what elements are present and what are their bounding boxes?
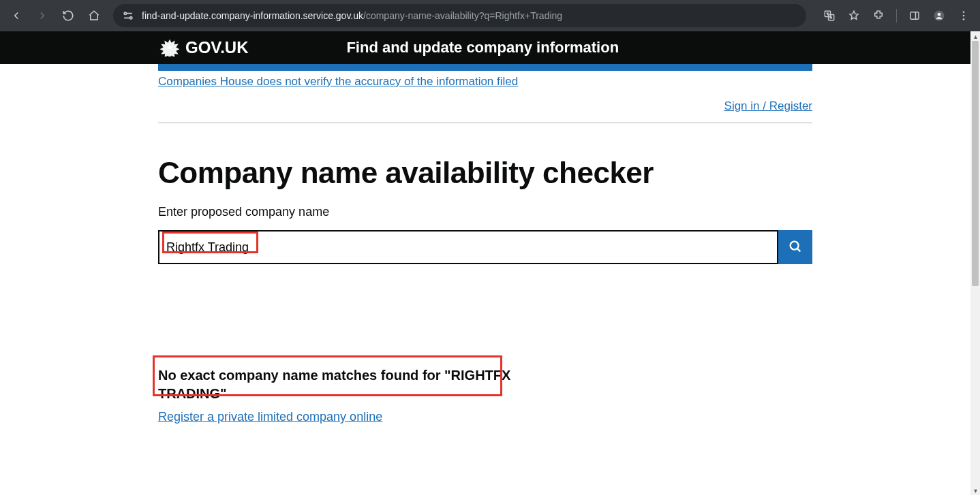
toolbar-divider	[896, 9, 897, 22]
search-row	[158, 230, 812, 264]
page-viewport: GOV.UK Find and update company informati…	[0, 31, 980, 495]
header-separator	[158, 123, 812, 123]
govuk-text: GOV.UK	[185, 38, 248, 57]
translate-icon[interactable]	[818, 5, 840, 27]
crown-icon	[158, 38, 181, 57]
back-button[interactable]	[5, 5, 27, 27]
svg-point-6	[938, 13, 941, 16]
govuk-logo-link[interactable]: GOV.UK	[158, 38, 248, 57]
bookmark-star-icon[interactable]	[843, 5, 865, 27]
signin-register-link[interactable]: Sign in / Register	[724, 99, 812, 112]
svg-point-8	[963, 15, 965, 17]
register-company-link[interactable]: Register a private limited company onlin…	[158, 410, 382, 424]
more-menu-icon[interactable]	[953, 5, 975, 27]
svg-rect-4	[910, 12, 919, 20]
site-info-icon[interactable]	[121, 9, 135, 22]
company-name-input[interactable]	[158, 230, 778, 264]
reload-button[interactable]	[57, 5, 79, 27]
url-path: /company-name-availability?q=Rightfx+Tra…	[363, 10, 562, 21]
svg-point-1	[130, 17, 132, 19]
search-icon	[788, 239, 803, 256]
side-panel-icon[interactable]	[904, 5, 925, 27]
url-host: find-and-update.company-information.serv…	[142, 10, 363, 21]
govuk-header: GOV.UK Find and update company informati…	[0, 31, 970, 64]
accuracy-notice-link[interactable]: Companies House does not verify the accu…	[158, 75, 518, 89]
address-bar[interactable]: find-and-update.company-information.serv…	[113, 4, 806, 27]
svg-point-11	[791, 241, 799, 249]
header-blue-bar	[158, 64, 812, 71]
browser-toolbar: find-and-update.company-information.serv…	[0, 0, 980, 31]
vertical-scrollbar[interactable]: ▴ ▾	[970, 31, 980, 495]
extensions-icon[interactable]	[868, 5, 889, 27]
page-title: Company name availability checker	[158, 156, 812, 190]
service-name: Find and update company information	[248, 39, 717, 57]
result-heading: No exact company name matches found for …	[158, 366, 512, 403]
scroll-down-icon[interactable]: ▾	[970, 485, 980, 495]
scrollbar-thumb[interactable]	[972, 41, 979, 286]
search-button[interactable]	[778, 230, 812, 264]
scroll-up-icon[interactable]: ▴	[970, 31, 980, 41]
home-button[interactable]	[83, 5, 105, 27]
profile-avatar-icon[interactable]	[928, 5, 950, 27]
svg-point-10	[168, 46, 171, 49]
search-field-label: Enter proposed company name	[158, 205, 812, 219]
svg-point-7	[963, 11, 965, 13]
forward-button[interactable]	[31, 5, 53, 27]
svg-point-0	[124, 12, 126, 14]
svg-point-9	[963, 18, 965, 20]
